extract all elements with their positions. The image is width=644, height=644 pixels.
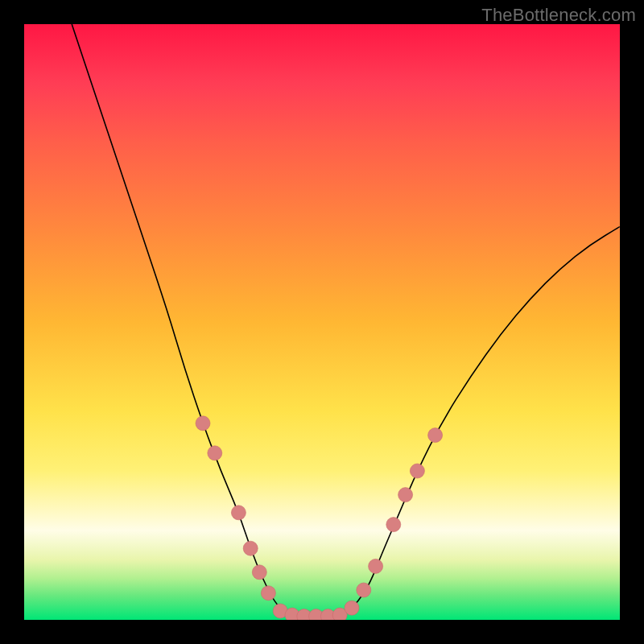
marker-dot: [231, 506, 246, 520]
chart-svg: [24, 24, 620, 620]
marker-dot: [261, 586, 275, 601]
curve-left: [72, 24, 322, 617]
marker-dot: [345, 601, 359, 615]
marker-dot: [243, 541, 258, 555]
marker-dot: [357, 583, 371, 597]
plot-area: [24, 24, 620, 620]
marker-group: [196, 416, 443, 620]
watermark-text: TheBottleneck.com: [481, 5, 636, 26]
marker-dot: [208, 446, 222, 460]
marker-dot: [386, 518, 401, 532]
marker-dot: [428, 428, 443, 443]
curve-right: [322, 227, 620, 617]
marker-dot: [196, 416, 210, 431]
marker-dot: [252, 565, 266, 580]
marker-dot: [369, 559, 383, 573]
marker-dot: [410, 464, 424, 478]
chart-stage: TheBottleneck.com: [0, 0, 644, 644]
marker-dot: [398, 488, 413, 502]
